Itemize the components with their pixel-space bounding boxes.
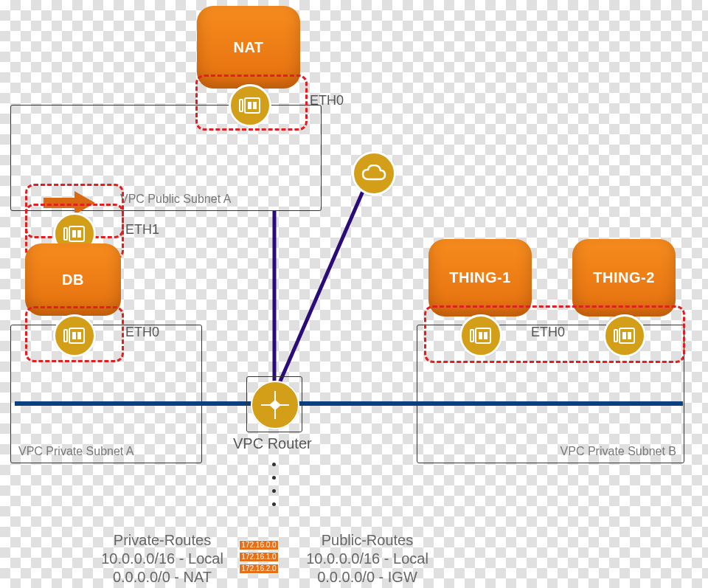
- node-thing2-label: THING-2: [593, 269, 655, 286]
- public-routes-line2: 0.0.0.0/0 - IGW: [294, 568, 441, 587]
- svg-rect-16: [72, 332, 76, 339]
- svg-rect-24: [622, 332, 626, 339]
- svg-rect-17: [77, 332, 81, 339]
- db-eth0-label: ETH0: [125, 325, 159, 340]
- node-db-label: DB: [62, 271, 84, 288]
- svg-rect-6: [248, 102, 251, 109]
- private-routes-block: Private-Routes 10.0.0.0/16 - Local 0.0.0…: [88, 531, 236, 587]
- svg-rect-20: [479, 332, 482, 339]
- svg-rect-22: [614, 330, 617, 342]
- public-routes-line1: 10.0.0.0/16 - Local: [294, 550, 441, 568]
- route-chip: 172.16.2.0: [239, 564, 279, 574]
- svg-rect-18: [471, 330, 473, 342]
- router-icon: [251, 381, 299, 429]
- private-routes-line1: 10.0.0.0/16 - Local: [88, 550, 236, 568]
- node-db: DB: [25, 243, 121, 316]
- svg-rect-15: [69, 328, 84, 343]
- dot-icon: [272, 476, 276, 480]
- eni-icon-thing1: [459, 314, 502, 357]
- route-chip: 172.16.0.0: [239, 540, 279, 550]
- cloud-icon: [352, 151, 396, 196]
- private-routes-title: Private-Routes: [88, 531, 236, 550]
- node-thing1-label: THING-1: [449, 269, 511, 286]
- svg-rect-14: [64, 330, 67, 342]
- svg-rect-7: [253, 102, 257, 109]
- eni-icon-nat: [229, 84, 271, 127]
- svg-rect-13: [77, 230, 81, 238]
- svg-rect-4: [240, 100, 243, 111]
- public-routes-title: Public-Routes: [294, 531, 441, 550]
- node-nat-label: NAT: [233, 39, 263, 56]
- router-label: VPC Router: [233, 435, 312, 452]
- svg-rect-21: [484, 332, 487, 339]
- svg-rect-23: [620, 328, 634, 343]
- eni-icon-thing2: [603, 314, 646, 357]
- svg-rect-5: [245, 98, 260, 113]
- svg-rect-10: [64, 228, 67, 240]
- subnet-private-a-caption: VPC Private Subnet A: [18, 445, 134, 458]
- private-routes-line2: 0.0.0.0/0 - NAT: [88, 568, 236, 587]
- subnet-public-a-caption: VPC Public Subnet A: [120, 193, 231, 206]
- dot-icon: [272, 502, 276, 506]
- diagram-canvas: VPC Public Subnet A VPC Private Subnet A…: [0, 0, 708, 588]
- dot-icon: [272, 489, 276, 493]
- svg-rect-25: [628, 332, 631, 339]
- public-routes-block: Public-Routes 10.0.0.0/16 - Local 0.0.0.…: [294, 531, 441, 587]
- route-chips: 172.16.0.0 172.16.1.0 172.16.2.0: [239, 540, 279, 574]
- svg-rect-12: [72, 230, 76, 238]
- svg-rect-19: [476, 328, 490, 343]
- dot-icon: [272, 463, 276, 466]
- db-eth1-label: ETH1: [125, 222, 159, 238]
- nat-eth0-label: ETH0: [310, 93, 344, 108]
- route-chip: 172.16.1.0: [239, 552, 279, 562]
- svg-rect-11: [69, 226, 84, 241]
- things-eth0-label: ETH0: [531, 325, 565, 340]
- eni-icon-db-eth0: [53, 314, 96, 357]
- subnet-private-b-caption: VPC Private Subnet B: [560, 445, 676, 458]
